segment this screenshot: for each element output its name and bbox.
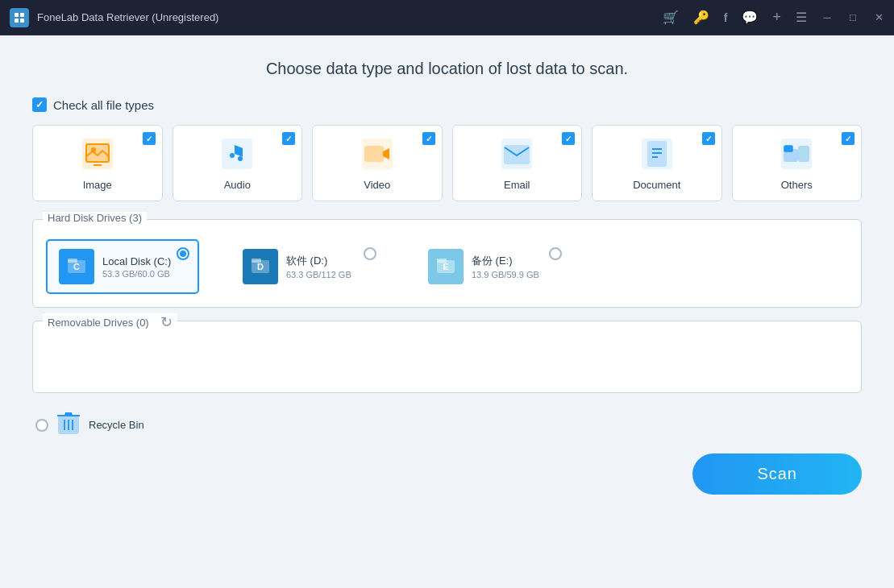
svg-rect-10 (238, 156, 243, 161)
chat-icon[interactable]: 💬 (742, 10, 758, 25)
drive-d-icon: D (243, 249, 278, 284)
drives-list: C Local Disk (C:) 53.3 GB/60.0 GB (46, 239, 848, 294)
titlebar-controls: 🛒 🔑 f 💬 + ☰ ─ □ ✕ (663, 9, 884, 26)
file-type-email[interactable]: Email (452, 125, 583, 201)
check-all-row: Check all file types (32, 97, 862, 112)
scan-button[interactable]: Scan (692, 453, 862, 495)
drive-c-name: Local Disk (C:) (102, 255, 171, 267)
file-type-image[interactable]: Image (32, 125, 163, 201)
cart-icon[interactable]: 🛒 (663, 10, 679, 25)
image-check (143, 132, 156, 145)
video-icon (362, 139, 393, 174)
app-window: FoneLab Data Retriever (Unregistered) 🛒 … (0, 0, 894, 588)
drive-c-radio (177, 247, 189, 260)
file-type-audio[interactable]: Audio (173, 125, 303, 201)
file-type-video[interactable]: Video (312, 125, 443, 201)
svg-text:C: C (73, 262, 80, 271)
removable-title: Removable Drives (0) (48, 317, 149, 329)
svg-text:D: D (257, 262, 264, 271)
check-all-label: Check all file types (53, 98, 154, 112)
footer: Scan (32, 445, 862, 495)
file-type-document[interactable]: Document (592, 125, 722, 201)
drive-c[interactable]: C Local Disk (C:) 53.3 GB/60.0 GB (46, 239, 199, 294)
main-content: Choose data type and location of lost da… (0, 35, 894, 588)
drive-d-space: 63.3 GB/112 GB (286, 270, 351, 280)
video-check (422, 132, 435, 145)
drive-d-info: 软件 (D:) 63.3 GB/112 GB (286, 254, 351, 280)
check-all-checkbox[interactable] (32, 97, 47, 112)
file-types-grid: Image Audio (32, 125, 862, 201)
file-type-others[interactable]: Others (732, 125, 863, 201)
removable-drives-section: Removable Drives (0) ↻ (32, 321, 862, 393)
audio-label: Audio (224, 179, 251, 191)
drive-e-radio (549, 247, 562, 260)
image-label: Image (83, 179, 112, 191)
removable-header: Removable Drives (0) ↻ (43, 313, 177, 331)
svg-rect-20 (799, 147, 809, 161)
drive-e-space: 13.9 GB/59.9 GB (472, 270, 539, 280)
svg-rect-12 (365, 147, 383, 161)
drive-e-icon: E (428, 249, 464, 284)
audio-icon (222, 139, 252, 174)
svg-rect-3 (20, 19, 24, 23)
app-title: FoneLab Data Retriever (Unregistered) (37, 11, 663, 23)
others-label: Others (781, 179, 813, 191)
document-check (702, 132, 715, 145)
svg-rect-0 (15, 13, 19, 17)
others-check (842, 132, 854, 145)
close-button[interactable]: ✕ (873, 12, 884, 23)
title-bar: FoneLab Data Retriever (Unregistered) 🛒 … (0, 0, 894, 35)
recycle-bin-label: Recycle Bin (89, 419, 144, 431)
email-label: Email (504, 179, 530, 191)
recycle-bin-section: Recycle Bin (32, 404, 862, 445)
refresh-icon[interactable]: ↻ (160, 313, 173, 331)
add-icon[interactable]: + (772, 9, 781, 26)
recycle-bin-radio[interactable] (35, 419, 48, 432)
hard-disk-drives-section: Hard Disk Drives (3) C (32, 219, 862, 308)
drive-e-info: 备份 (E:) 13.9 GB/59.9 GB (472, 254, 539, 280)
svg-rect-2 (15, 19, 19, 23)
document-icon (642, 139, 672, 174)
email-icon (501, 139, 532, 174)
drive-c-info: Local Disk (C:) 53.3 GB/60.0 GB (102, 255, 171, 279)
video-label: Video (364, 179, 390, 191)
email-check (562, 132, 575, 145)
minimize-button[interactable]: ─ (821, 12, 833, 23)
menu-icon[interactable]: ☰ (796, 10, 807, 25)
svg-text:E: E (443, 262, 448, 271)
drive-d[interactable]: D 软件 (D:) 63.3 GB/112 GB (231, 241, 385, 292)
page-title: Choose data type and location of lost da… (32, 60, 862, 78)
hdd-section-title: Hard Disk Drives (3) (43, 212, 147, 224)
drive-e[interactable]: E 备份 (E:) 13.9 GB/59.9 GB (417, 241, 570, 292)
facebook-icon[interactable]: f (724, 11, 728, 24)
app-icon (10, 8, 29, 27)
drive-c-icon: C (59, 249, 94, 284)
drive-d-radio (364, 247, 376, 260)
svg-rect-19 (784, 146, 792, 151)
drive-c-space: 53.3 GB/60.0 GB (102, 269, 171, 279)
audio-check (282, 132, 295, 145)
drive-d-name: 软件 (D:) (286, 254, 351, 268)
key-icon[interactable]: 🔑 (693, 10, 709, 25)
document-label: Document (633, 179, 680, 191)
image-icon (82, 139, 113, 174)
others-icon (781, 139, 812, 174)
svg-rect-1 (20, 13, 24, 17)
recycle-bin-icon (56, 409, 81, 441)
drive-e-name: 备份 (E:) (472, 254, 539, 268)
maximize-button[interactable]: □ (847, 12, 859, 23)
svg-rect-9 (230, 153, 235, 158)
